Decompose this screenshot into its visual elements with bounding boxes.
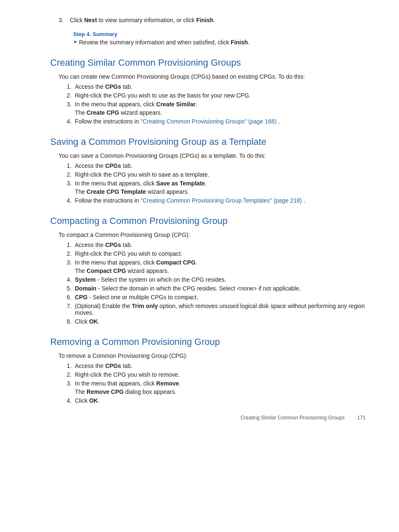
section-saving-template: Saving a Common Provisioning Group as a … [50,136,366,204]
step3-text: 3. Click Next to view summary informatio… [59,17,366,23]
section-creating-similar-list: Access the CPGs tab. Right-click the CPG… [73,83,366,125]
section-compacting-title: Compacting a Common Provisioning Group [50,216,366,226]
link-creating-cpg[interactable]: "Creating Common Provisioning Groups" (p… [141,118,276,125]
list-item: Domain - Select the domain in which the … [73,285,366,292]
list-item: In the menu that appears, click Create S… [73,101,366,116]
list-item: CPG - Select one or multiple CPGs to com… [73,294,366,301]
list-item: Follow the instructions in "Creating Com… [73,197,366,204]
section-creating-similar-title: Creating Similar Common Provisioning Gro… [50,57,366,68]
list-item: Click OK. [73,318,366,325]
list-item: Follow the instructions in "Creating Com… [73,118,366,125]
list-item: In the menu that appears, click Compact … [73,259,366,274]
section-saving-template-title: Saving a Common Provisioning Group as a … [50,136,366,147]
section-compacting-intro: To compact a Common Provisioning Group (… [59,231,366,238]
footer-page-number: 171 [357,415,366,421]
list-item: Right-click the CPG you wish to save as … [73,171,366,178]
page-footer: Creating Similar Common Provisioning Gro… [240,415,366,421]
list-item: Access the CPGs tab. [73,83,366,90]
list-item: Access the CPGs tab. [73,162,366,169]
section-removing-list: Access the CPGs tab. Right-click the CPG… [73,362,366,404]
list-item: In the menu that appears, click Save as … [73,180,366,195]
step3-intro: 3. Click Next to view summary informatio… [50,17,366,23]
section-removing-title: Removing a Common Provisioning Group [50,337,366,347]
step4-review-text: Review the summary information and when … [79,39,250,46]
step4-label: Step 4. Summary [73,31,366,37]
section-saving-template-list: Access the CPGs tab. Right-click the CPG… [73,162,366,204]
footer-section-label: Creating Similar Common Provisioning Gro… [240,415,345,421]
section-compacting: Compacting a Common Provisioning Group T… [50,216,366,325]
step4-arrow: ➤ [73,39,77,45]
list-item: Access the CPGs tab. [73,242,366,248]
list-item: Right-click the CPG you wish to compact. [73,250,366,257]
step4-finish-bold: Finish [231,39,248,46]
section-creating-similar-intro: You can create new Common Provisioning G… [59,73,366,80]
section-saving-template-intro: You can save a Common Provisioning Group… [59,152,366,159]
list-item: Right-click the CPG you wish to use as t… [73,92,366,99]
section-removing: Removing a Common Provisioning Group To … [50,337,366,404]
section-compacting-list: Access the CPGs tab. Right-click the CPG… [73,242,366,325]
step3-next-bold: Next [84,17,97,23]
list-item: In the menu that appears, click Remove. … [73,380,366,395]
section-removing-intro: To remove a Common Provisioning Group (C… [59,352,366,359]
list-item: (Optional) Enable the Trim only option, … [73,303,366,316]
section-creating-similar: Creating Similar Common Provisioning Gro… [50,57,366,125]
link-creating-template[interactable]: "Creating Common Provisioning Group Temp… [141,197,302,204]
list-item: Access the CPGs tab. [73,362,366,369]
step3-finish-bold: Finish [196,17,213,23]
list-item: Right-click the CPG you wish to remove. [73,371,366,378]
list-item: System - Select the system on which on t… [73,276,366,283]
step4-block: Step 4. Summary ➤ Review the summary inf… [73,31,366,46]
step4-review: ➤ Review the summary information and whe… [73,39,366,46]
page: 3. Click Next to view summary informatio… [0,0,399,433]
list-item: Click OK. [73,397,366,404]
